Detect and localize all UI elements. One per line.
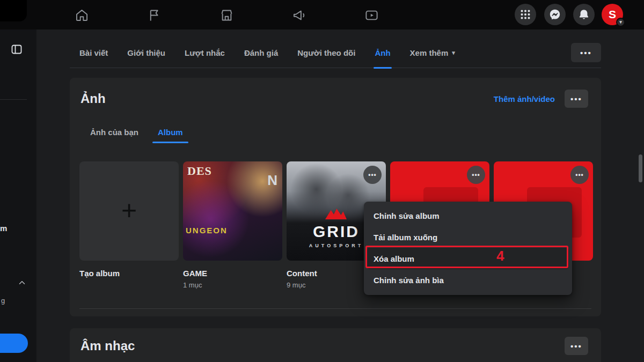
more-icon: •••	[570, 342, 582, 350]
chevron-up-icon[interactable]	[17, 278, 27, 290]
music-card-header: Âm nhạc •••	[70, 328, 601, 355]
rail-clipped-text-2: g	[1, 297, 5, 305]
album-options-button[interactable]: •••	[467, 166, 485, 184]
tab-danh-gia[interactable]: Đánh giá	[244, 38, 278, 68]
tab-gioi-thieu[interactable]: Giới thiệu	[127, 38, 165, 68]
album-context-menu: Chỉnh sửa album Tải album xuống Xóa albu…	[364, 202, 572, 295]
left-sidebar-rail: m g	[0, 29, 36, 362]
album-tile-game[interactable]: DES UNGEON N GAME 1 mục	[183, 161, 282, 289]
photos-more-button[interactable]: •••	[565, 90, 588, 108]
tab-album-active[interactable]: Album	[158, 121, 183, 143]
menu-item-edit-album[interactable]: Chỉnh sửa album	[367, 205, 569, 226]
cover-art-text: DES	[187, 164, 212, 178]
album-options-button[interactable]: •••	[570, 166, 589, 184]
profile-avatar[interactable]: S ▾	[602, 4, 623, 25]
tab-nguoi-theo-doi[interactable]: Người theo dõi	[297, 38, 355, 68]
menu-item-edit-cover[interactable]: Chỉnh sửa ảnh bìa	[367, 269, 569, 291]
apps-grid-icon[interactable]	[515, 4, 536, 25]
page-scrollbar-thumb[interactable]	[639, 154, 642, 182]
more-icon: •••	[570, 95, 582, 103]
megaphone-icon[interactable]	[289, 5, 309, 25]
profile-tab-strip: Bài viết Giới thiệu Lượt nhắc Đánh giá N…	[70, 38, 601, 68]
album-options-button[interactable]: •••	[363, 166, 382, 184]
rail-clipped-text: m	[0, 224, 7, 233]
album-cover-game[interactable]: DES UNGEON N	[183, 161, 282, 261]
account-caret-icon: ▾	[616, 18, 625, 27]
facebook-photos-page: S ▾ m g Bài viết Giới thiệu Lượt nhắc Đá…	[0, 0, 644, 362]
tab-luot-nhac[interactable]: Lượt nhắc	[185, 38, 225, 68]
photos-card-header: Ảnh Thêm ảnh/video •••	[70, 78, 601, 108]
tab-xem-them[interactable]: Xem thêm ▾	[410, 38, 455, 68]
tab-anh-cua-ban[interactable]: Ảnh của bạn	[90, 121, 138, 143]
tab-anh-active[interactable]: Ảnh	[375, 38, 390, 68]
marketplace-icon[interactable]	[216, 5, 237, 25]
avatar-letter: S	[609, 8, 616, 21]
plus-icon: +	[121, 197, 137, 224]
corner-notch	[0, 0, 27, 21]
pages-flag-icon[interactable]	[144, 5, 164, 25]
album-label: Tạo album	[79, 269, 179, 278]
music-title: Âm nhạc	[80, 338, 135, 353]
add-photo-video-link[interactable]: Thêm ảnh/video	[494, 94, 555, 104]
music-more-button[interactable]: •••	[565, 337, 588, 355]
album-label: GAME	[183, 269, 282, 278]
create-album-cover[interactable]: +	[79, 161, 179, 261]
home-icon[interactable]	[71, 5, 92, 25]
more-icon: •••	[368, 172, 377, 178]
cover-art-text: UNGEON	[186, 226, 228, 235]
video-icon[interactable]	[361, 5, 382, 25]
more-icon: •••	[580, 49, 592, 57]
menu-item-delete-album[interactable]: Xóa album	[367, 248, 569, 269]
cover-art-text: N	[267, 172, 277, 189]
rail-divider	[0, 99, 27, 100]
grid-flame-logo	[325, 209, 347, 221]
card-section-divider	[79, 308, 591, 309]
album-count: 1 mục	[183, 281, 282, 289]
notifications-bell-icon[interactable]	[573, 4, 595, 25]
sidebar-toggle-icon[interactable]	[8, 40, 26, 58]
photos-title: Ảnh	[80, 91, 106, 106]
profile-more-button[interactable]: •••	[571, 43, 601, 62]
music-card: Âm nhạc •••	[70, 328, 601, 362]
more-icon: •••	[575, 172, 584, 178]
messenger-icon[interactable]	[544, 4, 566, 25]
top-navigation-bar: S ▾	[0, 0, 644, 29]
create-album-tile[interactable]: + Tạo album	[79, 161, 179, 289]
tab-bai-viet[interactable]: Bài viết	[79, 38, 108, 68]
caret-down-icon: ▾	[452, 49, 455, 56]
more-icon: •••	[472, 172, 480, 178]
menu-item-download-album[interactable]: Tải album xuống	[367, 226, 569, 248]
rail-blue-button[interactable]	[0, 334, 28, 353]
annotation-number: 4	[496, 248, 504, 264]
photos-inner-tabs: Ảnh của bạn Album	[70, 121, 601, 143]
